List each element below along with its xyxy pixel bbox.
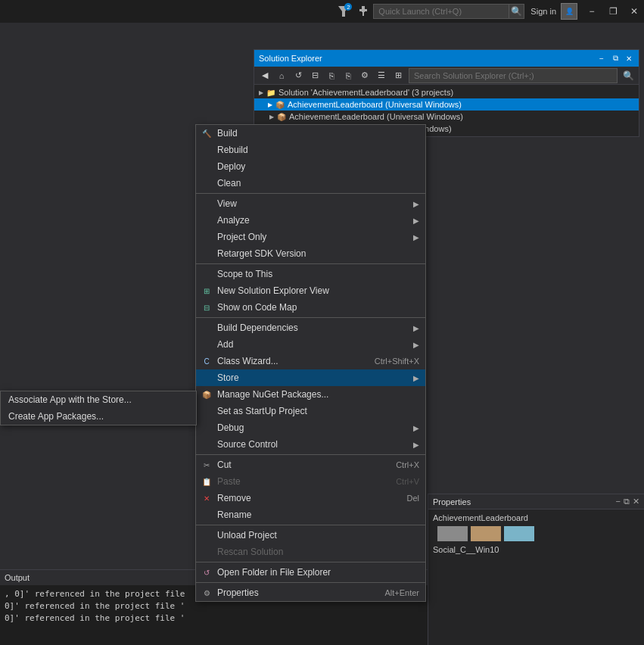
se-collapse-button[interactable]: ⊟: [307, 68, 322, 83]
menu-item-class-wizard[interactable]: C Class Wizard... Ctrl+Shift+X: [196, 353, 425, 369]
menu-item-store[interactable]: Store ▶: [196, 369, 425, 386]
se-solution-icon: ▶: [259, 89, 263, 96]
props-pin-button[interactable]: −: [616, 497, 621, 506]
menu-item-build-deps-label: Build Dependencies: [217, 322, 298, 333]
se-settings-button[interactable]: ⚙: [357, 68, 372, 83]
menu-item-rename[interactable]: Rename: [196, 506, 425, 523]
props-float-button[interactable]: ⧉: [624, 497, 630, 506]
menu-item-open-folder[interactable]: ↺ Open Folder in File Explorer: [196, 564, 425, 581]
se-refresh-button[interactable]: ↺: [291, 68, 306, 83]
menu-item-paste[interactable]: 📋 Paste Ctrl+V: [196, 473, 425, 490]
source-control-arrow-icon: ▶: [413, 441, 419, 449]
se-close-button[interactable]: ✕: [624, 53, 634, 64]
menu-item-paste-label: Paste: [217, 476, 241, 487]
menu-item-nuget-label: Manage NuGet Packages...: [217, 389, 328, 400]
menu-item-deploy[interactable]: Deploy: [196, 158, 425, 175]
menu-item-unload[interactable]: Unload Project: [196, 527, 425, 544]
store-create-packages-item[interactable]: Create App Packages...: [1, 408, 196, 425]
menu-item-scope[interactable]: Scope to This: [196, 266, 425, 282]
svg-rect-3: [362, 11, 364, 16]
se-more-button[interactable]: ⊞: [390, 68, 406, 83]
menu-item-rebuild[interactable]: Rebuild: [196, 142, 425, 158]
menu-item-clean[interactable]: Clean: [196, 175, 425, 192]
solution-icon-img: 📁: [266, 89, 275, 97]
sign-in-label[interactable]: Sign in: [530, 7, 556, 16]
filter-icon[interactable]: 2: [337, 5, 350, 18]
class-wizard-icon: C: [201, 355, 213, 367]
menu-item-remove[interactable]: ✕ Remove Del: [196, 490, 425, 506]
cut-icon: ✂: [201, 459, 213, 471]
menu-item-debug[interactable]: Debug ▶: [196, 419, 425, 436]
se-view-button[interactable]: ☰: [374, 68, 389, 83]
quick-launch-search[interactable]: 🔍: [373, 4, 524, 19]
menu-item-analyze[interactable]: Analyze ▶: [196, 212, 425, 229]
menu-item-properties-label: Properties: [217, 587, 259, 598]
se-home-button[interactable]: ⌂: [274, 68, 289, 83]
menu-item-debug-label: Debug: [217, 422, 244, 433]
menu-item-rebuild-label: Rebuild: [217, 145, 248, 155]
menu-item-retarget-label: Retarget SDK Version: [217, 248, 306, 259]
se-project2-icon: 📦: [277, 113, 286, 121]
menu-item-build-deps[interactable]: Build Dependencies ▶: [196, 319, 425, 336]
menu-item-project-only-label: Project Only: [217, 232, 266, 242]
menu-item-source-control-label: Source Control: [217, 439, 278, 450]
quick-launch-input[interactable]: [373, 4, 509, 19]
menu-item-new-se-label: New Solution Explorer View: [217, 285, 329, 296]
separator-4: [196, 454, 425, 455]
menu-item-cut[interactable]: ✂ Cut Ctrl+X: [196, 456, 425, 473]
output-line-3: 0]' referenced in the project file ': [5, 612, 423, 625]
se-search-input[interactable]: [409, 68, 618, 83]
avatar: 👤: [561, 3, 577, 20]
svg-rect-2: [359, 9, 367, 11]
separator-6: [196, 562, 425, 562]
se-back-button[interactable]: ◀: [257, 68, 272, 83]
se-float-button[interactable]: ⧉: [610, 53, 621, 64]
menu-item-view-label: View: [217, 198, 237, 209]
restore-button[interactable]: ❐: [603, 2, 623, 21]
menu-item-add[interactable]: Add ▶: [196, 336, 425, 353]
solution-explorer-titlebar: Solution Explorer − ⧉ ✕: [254, 50, 639, 67]
properties-controls: − ⧉ ✕: [616, 497, 639, 506]
title-bar: 2 🔍 Sign in 👤 − ❐ ✕: [0, 0, 644, 23]
menu-item-code-map[interactable]: ⊟ Show on Code Map: [196, 299, 425, 316]
sign-in-area[interactable]: Sign in 👤: [530, 3, 580, 20]
se-project-highlighted-row[interactable]: ▶ 📦 AchievementLeaderboard (Universal Wi…: [254, 98, 639, 111]
project-only-arrow-icon: ▶: [413, 233, 419, 241]
remove-shortcut: Del: [394, 494, 419, 503]
menu-item-properties[interactable]: ⚙ Properties Alt+Enter: [196, 584, 425, 601]
menu-item-remove-label: Remove: [217, 493, 251, 503]
code-map-icon: ⊟: [201, 301, 213, 313]
pin-icon[interactable]: [356, 5, 370, 18]
props-project-label-row: Social_C__Win10: [433, 544, 639, 555]
se-pin-button[interactable]: −: [596, 53, 607, 64]
menu-item-project-only[interactable]: Project Only ▶: [196, 229, 425, 245]
minimize-button[interactable]: −: [582, 2, 602, 21]
menu-item-rescan[interactable]: Rescan Solution: [196, 544, 425, 560]
menu-item-source-control[interactable]: Source Control ▶: [196, 436, 425, 453]
menu-item-new-se[interactable]: ⊞ New Solution Explorer View: [196, 282, 425, 299]
se-solution-row[interactable]: ▶ 📁 Solution 'AchievementLeaderboard' (3…: [254, 86, 639, 98]
props-close-button[interactable]: ✕: [633, 497, 639, 506]
properties-panel: Properties − ⧉ ✕ AchievementLeaderboard …: [428, 494, 644, 645]
menu-item-startup-label: Set as StartUp Project: [217, 406, 307, 416]
se-search-icon: 🔍: [621, 68, 636, 83]
close-button[interactable]: ✕: [624, 2, 644, 21]
store-associate-label: Associate App with the Store...: [8, 394, 132, 405]
menu-item-startup[interactable]: Set as StartUp Project: [196, 403, 425, 419]
menu-item-build[interactable]: 🔨 Build: [196, 125, 425, 142]
se-copy-button[interactable]: ⎘: [324, 68, 339, 83]
menu-item-open-folder-label: Open Folder in File Explorer: [217, 567, 331, 578]
menu-item-unload-label: Unload Project: [217, 530, 277, 541]
props-project-name: AchievementLeaderboard: [433, 513, 528, 522]
menu-item-nuget[interactable]: 📦 Manage NuGet Packages...: [196, 386, 425, 403]
se-project2-row[interactable]: ▶ 📦 AchievementLeaderboard (Universal Wi…: [254, 111, 639, 123]
se-project2-arrow: ▶: [269, 114, 274, 120]
properties-shortcut: Alt+Enter: [372, 588, 419, 597]
se-copy2-button[interactable]: ⎘: [341, 68, 356, 83]
menu-item-retarget[interactable]: Retarget SDK Version: [196, 245, 425, 262]
store-associate-item[interactable]: Associate App with the Store...: [1, 391, 196, 408]
window-controls: Sign in 👤 − ❐ ✕: [530, 2, 644, 21]
swatch-1: [437, 526, 468, 541]
menu-item-view[interactable]: View ▶: [196, 195, 425, 212]
build-icon: 🔨: [201, 127, 213, 139]
